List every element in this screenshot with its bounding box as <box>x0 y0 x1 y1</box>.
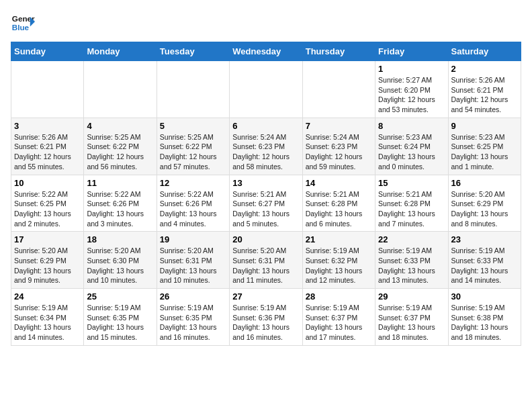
day-number: 3 <box>14 121 81 131</box>
header-wednesday: Wednesday <box>230 42 302 61</box>
cell-details: Sunrise: 5:19 AM Sunset: 6:38 PM Dayligh… <box>451 303 518 342</box>
day-number: 22 <box>378 234 445 244</box>
calendar-header-row: SundayMondayTuesdayWednesdayThursdayFrid… <box>11 42 521 61</box>
cell-details: Sunrise: 5:23 AM Sunset: 6:24 PM Dayligh… <box>378 132 445 172</box>
day-number: 11 <box>87 178 153 188</box>
cell-w4-d3: 19Sunrise: 5:20 AM Sunset: 6:31 PM Dayli… <box>157 232 229 289</box>
day-number: 23 <box>451 234 518 244</box>
cell-details: Sunrise: 5:22 AM Sunset: 6:26 PM Dayligh… <box>87 189 153 229</box>
header-monday: Monday <box>84 42 157 61</box>
cell-w3-d6: 15Sunrise: 5:21 AM Sunset: 6:28 PM Dayli… <box>375 175 448 232</box>
week-row-1: 1Sunrise: 5:27 AM Sunset: 6:20 PM Daylig… <box>11 61 521 118</box>
day-number: 9 <box>451 121 518 131</box>
header-thursday: Thursday <box>302 42 375 61</box>
header-saturday: Saturday <box>448 42 521 61</box>
week-row-5: 24Sunrise: 5:19 AM Sunset: 6:34 PM Dayli… <box>11 289 521 346</box>
cell-w5-d2: 25Sunrise: 5:19 AM Sunset: 6:35 PM Dayli… <box>84 289 157 346</box>
page-header: General Blue <box>11 11 521 35</box>
cell-w5-d4: 27Sunrise: 5:19 AM Sunset: 6:36 PM Dayli… <box>230 289 302 346</box>
cell-details: Sunrise: 5:24 AM Sunset: 6:23 PM Dayligh… <box>232 132 299 172</box>
cell-w4-d2: 18Sunrise: 5:20 AM Sunset: 6:30 PM Dayli… <box>84 232 157 289</box>
day-number: 6 <box>232 121 299 131</box>
cell-details: Sunrise: 5:19 AM Sunset: 6:37 PM Dayligh… <box>378 303 445 342</box>
cell-w4-d7: 23Sunrise: 5:19 AM Sunset: 6:33 PM Dayli… <box>448 232 521 289</box>
cell-details: Sunrise: 5:25 AM Sunset: 6:22 PM Dayligh… <box>160 132 226 172</box>
day-number: 1 <box>378 64 445 74</box>
day-number: 30 <box>451 291 518 302</box>
day-number: 2 <box>451 64 518 74</box>
day-number: 26 <box>160 291 226 302</box>
cell-w4-d6: 22Sunrise: 5:19 AM Sunset: 6:33 PM Dayli… <box>375 232 448 289</box>
cell-details: Sunrise: 5:19 AM Sunset: 6:35 PM Dayligh… <box>160 303 226 342</box>
week-row-3: 10Sunrise: 5:22 AM Sunset: 6:25 PM Dayli… <box>11 175 521 232</box>
cell-details: Sunrise: 5:19 AM Sunset: 6:32 PM Dayligh… <box>306 246 372 285</box>
day-number: 28 <box>306 291 372 302</box>
cell-details: Sunrise: 5:21 AM Sunset: 6:28 PM Dayligh… <box>306 189 372 229</box>
cell-details: Sunrise: 5:21 AM Sunset: 6:28 PM Dayligh… <box>378 189 445 229</box>
cell-w2-d7: 9Sunrise: 5:23 AM Sunset: 6:25 PM Daylig… <box>448 118 521 175</box>
cell-w2-d2: 4Sunrise: 5:25 AM Sunset: 6:22 PM Daylig… <box>84 118 157 175</box>
cell-details: Sunrise: 5:26 AM Sunset: 6:21 PM Dayligh… <box>451 75 518 115</box>
cell-w3-d5: 14Sunrise: 5:21 AM Sunset: 6:28 PM Dayli… <box>302 175 375 232</box>
header-sunday: Sunday <box>11 42 84 61</box>
cell-w3-d4: 13Sunrise: 5:21 AM Sunset: 6:27 PM Dayli… <box>230 175 302 232</box>
cell-w2-d3: 5Sunrise: 5:25 AM Sunset: 6:22 PM Daylig… <box>157 118 229 175</box>
day-number: 7 <box>306 121 372 131</box>
cell-w5-d7: 30Sunrise: 5:19 AM Sunset: 6:38 PM Dayli… <box>448 289 521 346</box>
day-number: 27 <box>232 291 299 302</box>
cell-details: Sunrise: 5:27 AM Sunset: 6:20 PM Dayligh… <box>378 75 445 115</box>
cell-w4-d5: 21Sunrise: 5:19 AM Sunset: 6:32 PM Dayli… <box>302 232 375 289</box>
day-number: 25 <box>87 291 153 302</box>
week-row-2: 3Sunrise: 5:26 AM Sunset: 6:21 PM Daylig… <box>11 118 521 175</box>
header-friday: Friday <box>375 42 448 61</box>
day-number: 13 <box>232 178 299 188</box>
cell-w3-d3: 12Sunrise: 5:22 AM Sunset: 6:26 PM Dayli… <box>157 175 229 232</box>
cell-w5-d1: 24Sunrise: 5:19 AM Sunset: 6:34 PM Dayli… <box>11 289 84 346</box>
cell-details: Sunrise: 5:19 AM Sunset: 6:34 PM Dayligh… <box>14 303 81 342</box>
cell-w5-d6: 29Sunrise: 5:19 AM Sunset: 6:37 PM Dayli… <box>375 289 448 346</box>
cell-details: Sunrise: 5:20 AM Sunset: 6:31 PM Dayligh… <box>160 246 226 285</box>
cell-details: Sunrise: 5:19 AM Sunset: 6:36 PM Dayligh… <box>232 303 299 342</box>
cell-details: Sunrise: 5:24 AM Sunset: 6:23 PM Dayligh… <box>306 132 372 172</box>
cell-w4-d1: 17Sunrise: 5:20 AM Sunset: 6:29 PM Dayli… <box>11 232 84 289</box>
calendar-table: SundayMondayTuesdayWednesdayThursdayFrid… <box>11 42 521 346</box>
day-number: 18 <box>87 234 153 244</box>
cell-w4-d4: 20Sunrise: 5:20 AM Sunset: 6:31 PM Dayli… <box>230 232 302 289</box>
day-number: 15 <box>378 178 445 188</box>
cell-w1-d4 <box>230 61 302 118</box>
day-number: 29 <box>378 291 445 302</box>
cell-w2-d1: 3Sunrise: 5:26 AM Sunset: 6:21 PM Daylig… <box>11 118 84 175</box>
cell-details: Sunrise: 5:23 AM Sunset: 6:25 PM Dayligh… <box>451 132 518 172</box>
cell-w1-d3 <box>157 61 229 118</box>
day-number: 5 <box>160 121 226 131</box>
cell-details: Sunrise: 5:19 AM Sunset: 6:33 PM Dayligh… <box>378 246 445 285</box>
cell-w3-d7: 16Sunrise: 5:20 AM Sunset: 6:29 PM Dayli… <box>448 175 521 232</box>
day-number: 24 <box>14 291 81 302</box>
cell-details: Sunrise: 5:19 AM Sunset: 6:35 PM Dayligh… <box>87 303 153 342</box>
cell-w1-d6: 1Sunrise: 5:27 AM Sunset: 6:20 PM Daylig… <box>375 61 448 118</box>
cell-details: Sunrise: 5:19 AM Sunset: 6:33 PM Dayligh… <box>451 246 518 285</box>
cell-w1-d7: 2Sunrise: 5:26 AM Sunset: 6:21 PM Daylig… <box>448 61 521 118</box>
day-number: 10 <box>14 178 81 188</box>
cell-w2-d4: 6Sunrise: 5:24 AM Sunset: 6:23 PM Daylig… <box>230 118 302 175</box>
cell-details: Sunrise: 5:26 AM Sunset: 6:21 PM Dayligh… <box>14 132 81 172</box>
day-number: 19 <box>160 234 226 244</box>
cell-details: Sunrise: 5:22 AM Sunset: 6:25 PM Dayligh… <box>14 189 81 229</box>
cell-w2-d5: 7Sunrise: 5:24 AM Sunset: 6:23 PM Daylig… <box>302 118 375 175</box>
cell-details: Sunrise: 5:21 AM Sunset: 6:27 PM Dayligh… <box>232 189 299 229</box>
cell-details: Sunrise: 5:25 AM Sunset: 6:22 PM Dayligh… <box>87 132 153 172</box>
day-number: 8 <box>378 121 445 131</box>
cell-details: Sunrise: 5:20 AM Sunset: 6:29 PM Dayligh… <box>14 246 81 285</box>
cell-details: Sunrise: 5:20 AM Sunset: 6:30 PM Dayligh… <box>87 246 153 285</box>
day-number: 14 <box>306 178 372 188</box>
svg-text:Blue: Blue <box>12 23 30 32</box>
week-row-4: 17Sunrise: 5:20 AM Sunset: 6:29 PM Dayli… <box>11 232 521 289</box>
day-number: 21 <box>306 234 372 244</box>
day-number: 17 <box>14 234 81 244</box>
cell-w5-d5: 28Sunrise: 5:19 AM Sunset: 6:37 PM Dayli… <box>302 289 375 346</box>
cell-w3-d2: 11Sunrise: 5:22 AM Sunset: 6:26 PM Dayli… <box>84 175 157 232</box>
cell-details: Sunrise: 5:20 AM Sunset: 6:31 PM Dayligh… <box>232 246 299 285</box>
cell-w2-d6: 8Sunrise: 5:23 AM Sunset: 6:24 PM Daylig… <box>375 118 448 175</box>
day-number: 4 <box>87 121 153 131</box>
header-tuesday: Tuesday <box>157 42 229 61</box>
